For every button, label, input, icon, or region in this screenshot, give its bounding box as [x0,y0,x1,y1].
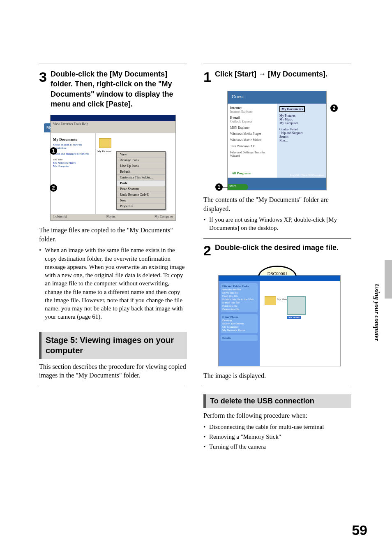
menu-properties: Properties [117,204,165,209]
start-menu-left: InternetInternet Explorer E-mailOutlook … [228,104,277,178]
leftpane-link: My Network Places [53,161,93,164]
folder-icon [265,296,276,305]
leftpane-link: Stores and manages documents [53,152,93,155]
sm-run: Run… [279,139,324,142]
sec1-item: E-mail this file [222,301,240,304]
sec2-item: My Computer [222,325,238,329]
rule-top-right [203,63,351,63]
step2-title: Double-click the desired image file. [215,243,351,252]
usb-bullet: Disconnecting the cable for multi-use te… [203,423,351,431]
places-section: Other Places Desktop Shared Documents My… [221,314,258,333]
sm-allprograms: All Programs [232,171,251,175]
menu-paste: Paste [117,181,165,186]
sec1-item: Copy this file [222,294,238,298]
menu-lineup: Line Up Icons [117,163,165,169]
usb-heading: To delete the USB connection [203,394,351,408]
sec1-item: Rename this file [222,288,241,291]
usb-bullet: Removing a "Memory Stick" [203,433,351,441]
step2-result: The image is displayed. [203,371,351,380]
start-button: start [228,184,248,190]
sm-msn: MSN Explorer [230,126,274,130]
sm-email: E-mail [230,116,240,120]
sec2-item: Desktop [222,319,232,322]
usb-bullet: Turning off the camera [203,442,351,451]
page-number: 59 [352,522,367,538]
window-titlebar [51,115,175,121]
menu-refresh: Refresh [117,169,165,175]
sm-internet: Internet [230,106,242,110]
sec2-item: Shared Documents [222,322,244,325]
step2-number: 2 [203,243,211,259]
rule [203,238,351,238]
rule [203,386,351,386]
folder-label: My Pictures [97,150,111,153]
leader-line [219,187,228,188]
start-menu-user: Guest [228,91,326,104]
menu-new: New [117,198,165,204]
usb-body: Perform the following procedure when: [203,411,351,420]
sec1-item: Print this file [222,304,238,308]
step-3: 3 Double-click the [My Documents] folder… [39,69,187,321]
status-bar: 1 object(s) 0 bytes My Computer [51,214,175,220]
sm-logoff-row: Log Off Turn Off Computer [290,174,324,177]
tasks-section: File and Folder Tasks Rename this file M… [221,283,258,312]
menu-arrange: Arrange Icons [117,157,165,163]
sm-internet-sub: Internet Explorer [230,110,253,113]
step-2: 2 Double-click the desired image file. D… [203,243,351,380]
step1-note: If you are not using Windows XP, double-… [203,215,351,232]
sm-help: Help and Support [279,131,324,135]
image-thumbnail [287,296,306,315]
sm-mymusic: My Music [279,118,324,121]
sm-logoff: Log Off [290,174,300,177]
menu-view: View [117,152,165,157]
menu-undo: Undo Rename Ctrl+Z [117,192,165,198]
menu-customize: Customize This Folder… [117,175,165,181]
step1-result: The contents of the "My Documents" folde… [203,195,351,213]
status-objects: 1 object(s) [53,215,67,220]
thumb-tab [385,260,392,299]
step1-number: 1 [203,69,211,85]
sm-mydocs: My Documents [279,106,305,112]
tasks-pane: File and Folder Tasks Rename this file M… [219,281,260,366]
section-side-label: Using your computer [373,284,380,341]
stage5-heading: Stage 5: Viewing images on your computer [39,332,187,359]
menu-paste-shortcut: Paste Shortcut [117,186,165,192]
sec2-item: My Network Places [222,329,245,332]
taskbar: start [228,178,326,190]
sec1-item: Publish this file to the Web [222,298,254,301]
step3-result: The image files are copied to the "My Do… [39,226,187,243]
rule-top-left [39,63,187,63]
sm-tour: Tour Windows XP [230,144,274,148]
callout-2: 2 [330,104,338,112]
step1-title: Click [Start] → [My Documents]. [215,69,351,79]
sec1-title: File and Folder Tasks [222,285,249,288]
step2-screenshot: DSC00001 JPEG Image File and Folder Task… [218,275,341,366]
step1-title-a: Click [Start] [215,70,258,78]
arrow-icon: → [258,70,266,78]
stage5-body: This section describes the procedure for… [39,362,187,380]
sec1-item: Move this file [222,291,238,294]
status-bytes: 0 bytes [106,215,115,220]
step1-screenshot: Guest InternetInternet Explorer E-mailOu… [227,91,327,190]
sm-email-sub: Outlook Express [230,120,252,123]
leftpane-link: My Computer [53,164,93,168]
sm-mycomp: My Computer [279,121,324,125]
sm-turnoff: Turn Off Computer [302,174,324,177]
status-comp: My Computer [154,215,173,220]
explorer-right-pane: My Pictures View Arrange Icons Line Up I… [96,133,175,214]
thumb-label: DSC00001 [287,316,301,319]
leftpane-desc: Select an item to view its description. [53,143,93,150]
sec1-item: Delete this file [222,308,239,311]
step3-number: 3 [39,69,47,85]
sec2-title: Other Places [222,315,238,319]
window-toolbar: View Favorites Tools Help [51,121,175,133]
window-titlebar [219,276,340,281]
sec3-title: Details [222,336,231,340]
sm-wmm: Windows Movie Maker [230,138,274,142]
sm-cpanel: Control Panel [279,127,324,131]
sm-mypics: My Pictures [279,114,324,118]
sm-wmp: Windows Media Player [230,132,274,136]
leader-line [326,108,334,108]
sm-search: Search [279,135,324,139]
explorer-left-pane: My Documents Select an item to view its … [51,133,96,214]
